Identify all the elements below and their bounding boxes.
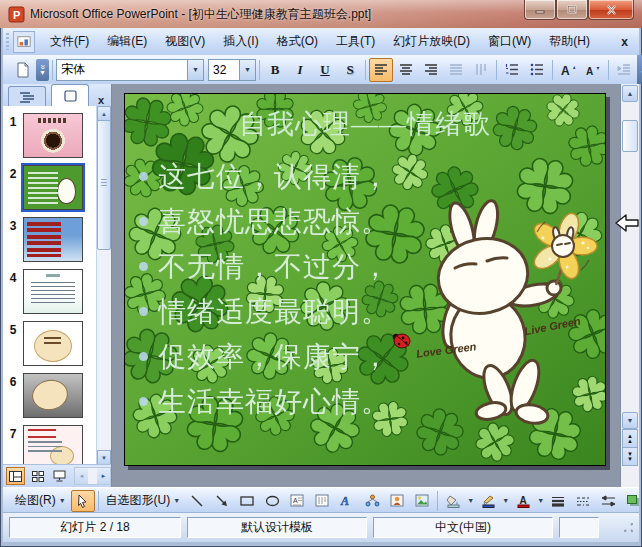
line-style-button[interactable] <box>546 490 570 512</box>
menu-bar: 文件(F) 编辑(E) 视图(V) 插入(I) 格式(O) 工具(T) 幻灯片放… <box>3 28 639 56</box>
scrollbar-thumb[interactable] <box>622 120 638 152</box>
left-arrow-icon: ◄ <box>79 473 85 479</box>
scroll-down-button[interactable]: ▼ <box>622 412 638 429</box>
previous-slide-button[interactable]: ▲▲ <box>622 429 638 448</box>
slide-1-thumbnail[interactable] <box>23 113 83 158</box>
rectangle-tool-button[interactable] <box>235 490 259 512</box>
menu-view[interactable]: 视图(V) <box>156 29 214 54</box>
scroll-right-button[interactable]: ► <box>97 468 110 484</box>
menu-insert[interactable]: 插入(I) <box>214 29 267 54</box>
increase-font-button[interactable]: A <box>556 58 580 82</box>
menu-format[interactable]: 格式(O) <box>268 29 327 54</box>
diagram-button[interactable] <box>360 490 384 512</box>
menu-edit[interactable]: 编辑(E) <box>98 29 156 54</box>
scroll-up-button[interactable]: ▲ <box>622 85 638 102</box>
arrow-style-button[interactable] <box>596 490 620 512</box>
next-slide-button[interactable]: ▼▼ <box>622 447 638 466</box>
line-tool-button[interactable] <box>185 490 209 512</box>
close-button[interactable] <box>588 0 634 20</box>
separator <box>98 491 99 511</box>
font-color-button[interactable]: A <box>511 490 535 512</box>
align-left-button[interactable] <box>369 58 393 82</box>
menu-window[interactable]: 窗口(W) <box>479 29 540 54</box>
decrease-font-button[interactable]: A <box>581 58 605 82</box>
bullet-text: 喜怒忧思悲恐惊。 <box>158 203 390 241</box>
menu-file[interactable]: 文件(F) <box>41 29 98 54</box>
toolbar-overflow-button[interactable]: » ▼ <box>36 59 49 81</box>
fill-color-button[interactable] <box>441 490 465 512</box>
line-color-button[interactable] <box>476 490 500 512</box>
align-center-button[interactable] <box>394 58 418 82</box>
slide-body-text[interactable]: 这七位，认得清， 喜怒忧思悲恐惊。 不无情，不过分， 情绪适度最聪明。 促效率，… <box>139 154 390 424</box>
menu-help[interactable]: 帮助(H) <box>540 29 599 54</box>
tab-slides[interactable] <box>51 84 89 106</box>
numbered-list-button[interactable] <box>500 58 524 82</box>
main-scrollbar[interactable]: ▲ ▼ ▲▲ ▼▼ <box>620 84 639 487</box>
menubar-drag-handle[interactable] <box>6 33 9 50</box>
scroll-down-button[interactable]: ▼ <box>97 450 111 465</box>
autoshapes-menu-button[interactable]: 自选图形(U)▼ <box>102 490 185 511</box>
slide-5-thumbnail[interactable] <box>23 321 83 366</box>
menu-slideshow[interactable]: 幻灯片放映(D) <box>384 29 479 54</box>
document-close-icon[interactable]: x <box>616 33 633 51</box>
slide-canvas[interactable]: 自我心理——情绪歌 这七位，认得清， 喜怒忧思悲恐惊。 不无情，不过分， 情绪适… <box>124 93 606 466</box>
slideshow-view-button[interactable] <box>50 467 69 485</box>
thumbnail-row: 3 <box>3 217 97 262</box>
draw-menu-button[interactable]: 绘图(R)▼ <box>11 490 70 511</box>
vertical-text-box-button[interactable] <box>310 490 334 512</box>
distribute-button[interactable] <box>444 58 468 82</box>
dash-style-button[interactable] <box>571 490 595 512</box>
shadow-style-button[interactable] <box>621 490 642 512</box>
panel-scrollbar-thumb[interactable] <box>97 120 111 250</box>
slide-6-thumbnail[interactable] <box>23 373 83 418</box>
wordart-button[interactable]: A <box>335 490 359 512</box>
clipart-button[interactable] <box>385 490 409 512</box>
panel-close-icon[interactable]: x <box>95 94 107 106</box>
scroll-up-button[interactable]: ▲ <box>97 106 111 121</box>
bold-button[interactable]: B <box>263 58 287 82</box>
separator <box>608 60 609 80</box>
maximize-button[interactable] <box>556 0 588 20</box>
slideshow-icon <box>53 470 66 482</box>
slide-2-thumbnail[interactable] <box>23 165 83 210</box>
bullet-list-button[interactable] <box>525 58 549 82</box>
slide-number: 6 <box>3 373 23 418</box>
minimize-button[interactable] <box>524 0 556 20</box>
slide-4-thumbnail[interactable] <box>23 269 83 314</box>
decrease-indent-button[interactable] <box>612 58 636 82</box>
slide-title[interactable]: 自我心理——情绪歌 <box>125 106 605 142</box>
underline-button[interactable]: U <box>313 58 337 82</box>
italic-button[interactable]: I <box>288 58 312 82</box>
resize-grip[interactable] <box>622 521 635 534</box>
menu-tools[interactable]: 工具(T) <box>327 29 384 54</box>
rectangle-icon <box>240 495 254 507</box>
new-slide-button[interactable] <box>11 58 35 82</box>
panel-scrollbar[interactable]: ▲ ▼ <box>96 106 111 465</box>
oval-tool-button[interactable] <box>260 490 284 512</box>
tab-outline[interactable] <box>8 86 46 106</box>
select-objects-button[interactable] <box>71 490 95 512</box>
arrow-tool-button[interactable] <box>210 490 234 512</box>
panel-horizontal-scrollbar[interactable]: ◄ ► <box>74 467 111 485</box>
font-dropdown-icon[interactable]: ▼ <box>187 60 203 80</box>
align-right-button[interactable] <box>419 58 443 82</box>
fill-color-dropdown[interactable]: ▼ <box>466 491 475 511</box>
svg-text:A: A <box>586 66 593 77</box>
text-direction-button[interactable] <box>469 58 493 82</box>
font-size-combobox[interactable]: 32 ▼ <box>208 59 256 81</box>
text-box-button[interactable]: A <box>285 490 309 512</box>
insert-picture-button[interactable] <box>410 490 434 512</box>
line-color-dropdown[interactable]: ▼ <box>501 491 510 511</box>
font-name-combobox[interactable]: 宋体 ▼ <box>56 59 204 81</box>
text-shadow-button[interactable]: S <box>338 58 362 82</box>
size-dropdown-icon[interactable]: ▼ <box>239 60 255 80</box>
slide-3-thumbnail[interactable] <box>23 217 83 262</box>
scroll-left-button[interactable]: ◄ <box>75 468 88 484</box>
font-color-dropdown[interactable]: ▼ <box>536 491 545 511</box>
overflow-chevron-icon: » <box>39 64 45 69</box>
slide-7-thumbnail[interactable] <box>23 425 83 465</box>
toolbar-options-button[interactable]: » ▼ <box>637 55 642 84</box>
slide-sorter-view-button[interactable] <box>28 467 47 485</box>
normal-view-button[interactable] <box>6 467 25 485</box>
powerpoint-app-icon: P <box>8 6 25 23</box>
